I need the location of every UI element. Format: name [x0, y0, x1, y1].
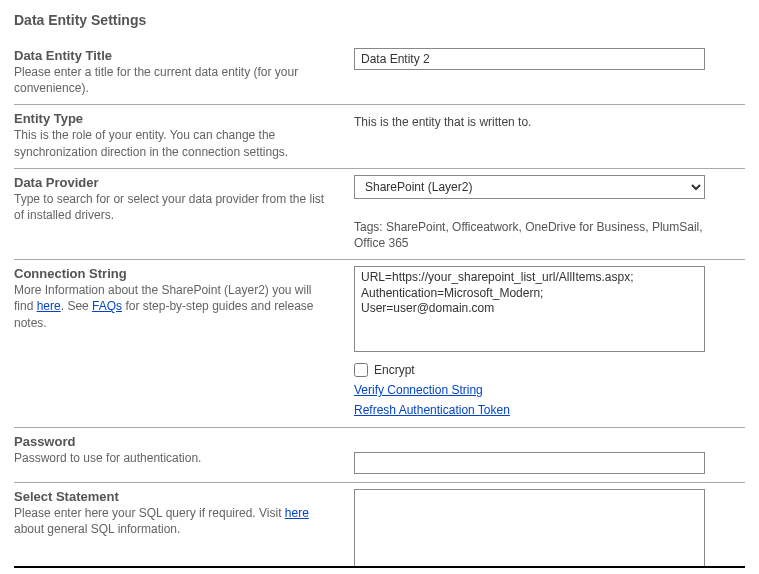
password-input[interactable]: [354, 452, 705, 474]
conn-here-link[interactable]: here: [37, 299, 61, 313]
data-provider-select[interactable]: SharePoint (Layer2): [354, 175, 705, 199]
conn-faqs-link[interactable]: FAQs: [92, 299, 122, 313]
conn-string-textarea[interactable]: [354, 266, 705, 352]
conn-desc-mid: . See: [61, 299, 92, 313]
data-provider-label: Data Provider: [14, 175, 326, 190]
conn-string-desc: More Information about the SharePoint (L…: [14, 282, 326, 331]
select-stmt-label: Select Statement: [14, 489, 326, 504]
section-password: Password Password to use for authenticat…: [14, 428, 745, 483]
title-input[interactable]: [354, 48, 705, 70]
title-label: Data Entity Title: [14, 48, 326, 63]
select-desc-prefix: Please enter here your SQL query if requ…: [14, 506, 285, 520]
select-desc-suffix: about general SQL information.: [14, 522, 180, 536]
encrypt-label: Encrypt: [374, 363, 415, 377]
password-label: Password: [14, 434, 326, 449]
select-stmt-textarea[interactable]: [354, 489, 705, 568]
section-data-provider: Data Provider Type to search for or sele…: [14, 169, 745, 260]
section-title: Data Entity Title Please enter a title f…: [14, 42, 745, 105]
page-title: Data Entity Settings: [14, 12, 745, 28]
select-stmt-desc: Please enter here your SQL query if requ…: [14, 505, 326, 537]
select-here-link[interactable]: here: [285, 506, 309, 520]
entity-type-value: This is the entity that is written to.: [354, 111, 705, 129]
password-desc: Password to use for authentication.: [14, 450, 326, 466]
verify-connection-link[interactable]: Verify Connection String: [354, 383, 483, 397]
section-connection-string: Connection String More Information about…: [14, 260, 745, 428]
entity-type-desc: This is the role of your entity. You can…: [14, 127, 326, 159]
section-select-statement: Select Statement Please enter here your …: [14, 483, 745, 568]
refresh-token-link[interactable]: Refresh Authentication Token: [354, 403, 510, 417]
section-entity-type: Entity Type This is the role of your ent…: [14, 105, 745, 168]
title-desc: Please enter a title for the current dat…: [14, 64, 326, 96]
conn-string-label: Connection String: [14, 266, 326, 281]
entity-type-label: Entity Type: [14, 111, 326, 126]
data-provider-tags: Tags: SharePoint, Officeatwork, OneDrive…: [354, 219, 705, 251]
encrypt-checkbox[interactable]: [354, 363, 368, 377]
data-provider-desc: Type to search for or select your data p…: [14, 191, 326, 223]
